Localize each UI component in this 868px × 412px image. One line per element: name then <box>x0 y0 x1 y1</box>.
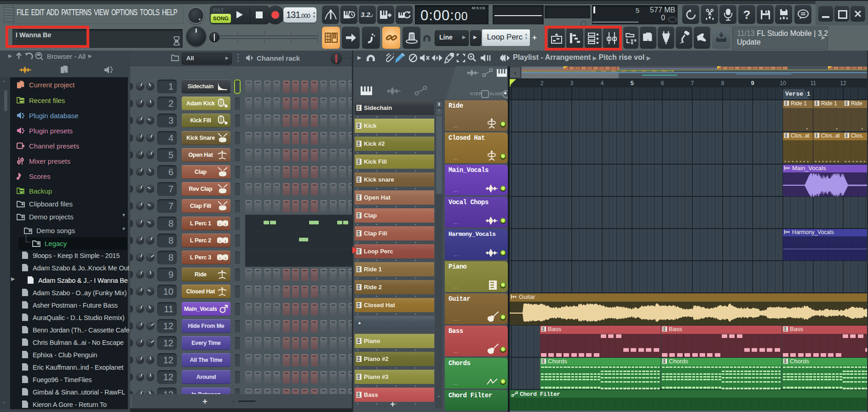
svg-text:3.2.: 3.2. <box>361 11 372 18</box>
svg-text:ı: ı <box>372 13 373 18</box>
